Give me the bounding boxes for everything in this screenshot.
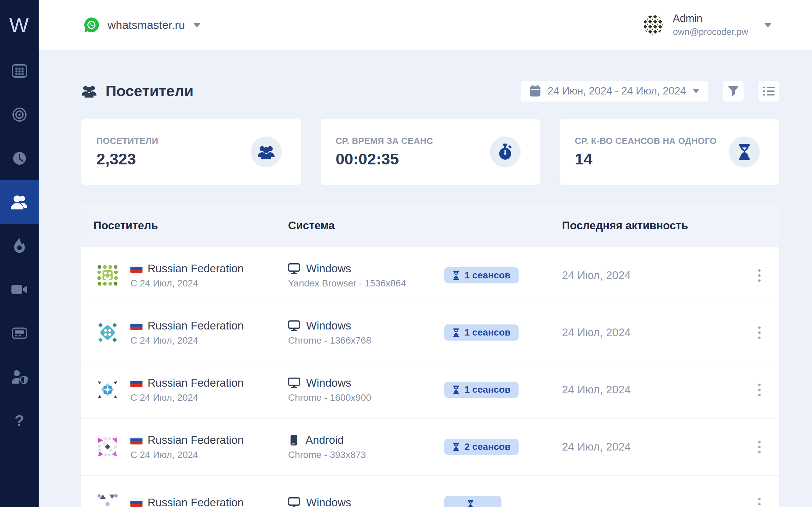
sidebar-item-history[interactable] — [0, 136, 39, 180]
flag-russia — [130, 264, 143, 273]
avatar-identicon — [95, 263, 120, 287]
visitor-since: С 24 Июл, 2024 — [130, 278, 244, 289]
stat-label: СР. К-ВО СЕАНСОВ НА ОДНОГО — [575, 136, 717, 146]
people-group-icon — [257, 144, 275, 160]
row-menu-button[interactable] — [750, 266, 769, 285]
sidebar-item-visitors[interactable] — [0, 180, 39, 224]
sidebar-nav: ? — [0, 49, 39, 442]
visitor-since: С 24 Июл, 2024 — [130, 450, 244, 460]
stat-value: 00:02:35 — [336, 150, 433, 168]
hourglass-icon — [452, 385, 460, 394]
stat-label: СР. ВРЕМЯ ЗА СЕАНС — [336, 136, 433, 146]
visitor-country: Russian Federation — [148, 262, 244, 275]
avatar-identicon — [95, 320, 120, 345]
last-activity-date: 24 Июл, 2024 — [562, 440, 739, 453]
people-group-icon — [81, 84, 97, 98]
hourglass-icon — [737, 144, 752, 160]
sessions-badge: 1 сеансов — [444, 382, 519, 398]
row-menu-button[interactable] — [750, 380, 769, 399]
avatar-identicon — [95, 492, 120, 507]
people-icon — [10, 194, 29, 210]
filter-button[interactable] — [723, 81, 744, 102]
visitor-browser: Chrome - 1600x900 — [288, 392, 444, 403]
sidebar-item-dashboard[interactable] — [0, 49, 39, 93]
visitor-since: С 24 Июл, 2024 — [130, 335, 244, 346]
site-switcher[interactable]: whatsmaster.ru — [83, 17, 201, 33]
target-icon — [12, 107, 27, 122]
date-range-label: 24 Июн, 2024 - 24 Июл, 2024 — [547, 85, 686, 97]
last-activity-date: 24 Июл, 2024 — [562, 269, 739, 282]
flag-russia — [130, 379, 143, 387]
sidebar-item-targets[interactable] — [0, 93, 39, 136]
hourglass-icon — [452, 271, 460, 280]
table-header: Посетитель Система Последняя активность — [81, 204, 779, 246]
visitor-row[interactable]: Russian Federation С 24 Июл, 2024 Androi… — [81, 418, 779, 475]
sessions-badge: 1 сеансов — [444, 267, 519, 283]
site-name: whatsmaster.ru — [108, 18, 185, 32]
visitor-since: С 24 Июл, 2024 — [130, 392, 244, 403]
smartphone-icon — [288, 434, 299, 446]
grid-icon — [12, 64, 27, 78]
stopwatch-icon — [497, 144, 513, 160]
page-title: Посетители — [106, 82, 194, 100]
filter-funnel-icon — [728, 86, 739, 96]
avatar-identicon — [95, 435, 120, 459]
visitor-country: Russian Federation — [148, 434, 244, 446]
flag-russia — [130, 436, 143, 444]
last-activity-date: 24 Июл, 2024 — [562, 383, 739, 396]
video-camera-icon — [11, 284, 28, 295]
visitor-row[interactable]: Russian Federation С 24 Июл, 2024 Window… — [81, 246, 779, 304]
row-menu-button[interactable] — [750, 495, 769, 507]
row-menu-button[interactable] — [750, 323, 769, 342]
sidebar-item-video[interactable] — [0, 268, 39, 311]
flame-icon — [12, 238, 27, 254]
chevron-down-icon — [693, 89, 699, 93]
sidebar: W — [0, 0, 39, 507]
flag-russia — [130, 321, 143, 330]
list-view-button[interactable] — [759, 81, 779, 102]
user-menu[interactable]: Admin own@procoder.pw — [643, 12, 772, 37]
sidebar-item-admins[interactable] — [0, 355, 39, 399]
sidebar-item-help[interactable]: ? — [0, 399, 39, 442]
column-header-visitor: Посетитель — [81, 219, 288, 232]
stat-label: ПОСЕТИТЕЛИ — [96, 136, 158, 146]
visitor-row[interactable]: Russian Federation С 24 Июл, 2024 Window… — [81, 304, 779, 361]
avatar — [643, 14, 664, 36]
visitor-os: Windows — [306, 496, 351, 507]
app-logo[interactable]: W — [0, 0, 39, 49]
visitor-row[interactable]: Russian Federation Windows — [81, 475, 779, 507]
sessions-badge: 1 сеансов — [444, 324, 519, 341]
content-area: Посетители 24 Июн, 2024 - 24 Июл, 2024 — [39, 50, 812, 507]
sidebar-item-pager[interactable] — [0, 311, 39, 355]
stat-value: 14 — [575, 150, 717, 168]
visitor-browser: Yandex Browser - 1536x864 — [288, 278, 444, 289]
user-email: own@procoder.pw — [673, 27, 748, 37]
visitor-os: Windows — [306, 319, 351, 332]
visitor-os: Android — [306, 434, 344, 446]
row-menu-button[interactable] — [750, 437, 769, 456]
hourglass-icon — [452, 442, 460, 452]
help-icon: ? — [14, 412, 24, 430]
visitor-browser: Chrome - 393x873 — [288, 450, 444, 460]
flag-russia — [130, 498, 143, 507]
list-icon — [763, 86, 775, 96]
monitor-icon — [288, 497, 300, 507]
visitor-row[interactable]: Russian Federation С 24 Июл, 2024 Window… — [81, 361, 779, 418]
chevron-down-icon — [193, 23, 201, 27]
stat-card-avg-session-time: СР. ВРЕМЯ ЗА СЕАНС 00:02:35 — [321, 119, 540, 185]
stat-card-visitors: ПОСЕТИТЕЛИ 2,323 — [81, 119, 301, 185]
sidebar-item-triggers[interactable] — [0, 224, 39, 268]
chevron-down-icon — [764, 23, 772, 27]
pager-card-icon — [12, 327, 27, 340]
whatsapp-icon — [83, 17, 99, 33]
visitor-os: Windows — [306, 377, 351, 389]
calendar-icon — [529, 85, 541, 97]
sessions-badge — [444, 496, 501, 507]
user-name: Admin — [673, 12, 748, 25]
column-header-last-activity: Последняя активность — [562, 219, 739, 232]
hourglass-icon — [452, 328, 460, 337]
date-range-picker[interactable]: 24 Июн, 2024 - 24 Июл, 2024 — [521, 81, 708, 102]
hourglass-icon — [467, 500, 474, 507]
clock-icon — [12, 151, 27, 166]
stat-value: 2,323 — [96, 150, 158, 168]
